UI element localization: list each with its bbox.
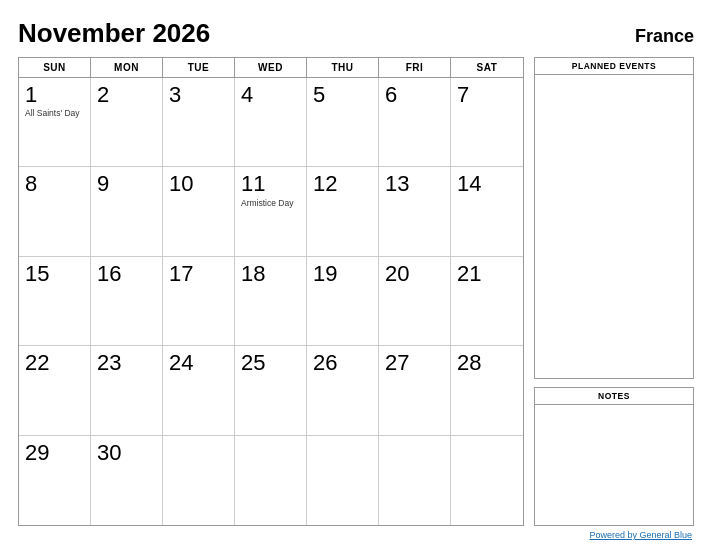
calendar-cell: 14 [451,167,523,256]
calendar-cell: 20 [379,257,451,346]
calendar-cell: 25 [235,346,307,435]
cell-date: 19 [313,262,372,286]
calendar-cell: 26 [307,346,379,435]
calendar-cell: 2 [91,78,163,167]
cell-date: 25 [241,351,300,375]
cell-date: 2 [97,83,156,107]
cell-date: 20 [385,262,444,286]
cell-date: 6 [385,83,444,107]
main-area: SUNMONTUEWEDTHUFRISAT 1All Saints' Day23… [18,57,694,526]
day-header: FRI [379,58,451,77]
notes-body [535,405,693,525]
calendar: SUNMONTUEWEDTHUFRISAT 1All Saints' Day23… [18,57,524,526]
calendar-cell [235,436,307,525]
page: November 2026 France SUNMONTUEWEDTHUFRIS… [0,0,712,550]
day-header: TUE [163,58,235,77]
cell-date: 27 [385,351,444,375]
calendar-cell: 5 [307,78,379,167]
calendar-cell [379,436,451,525]
day-header: SAT [451,58,523,77]
cell-date: 9 [97,172,156,196]
calendar-cell: 8 [19,167,91,256]
calendar-cell: 30 [91,436,163,525]
calendar-cell: 6 [379,78,451,167]
calendar-cell: 23 [91,346,163,435]
calendar-cell: 9 [91,167,163,256]
cell-date: 23 [97,351,156,375]
cell-date: 18 [241,262,300,286]
cell-date: 11 [241,172,300,196]
footer: Powered by General Blue [18,530,694,540]
cell-date: 5 [313,83,372,107]
notes-section: NOTES [534,387,694,526]
calendar-cell: 4 [235,78,307,167]
header: November 2026 France [18,18,694,49]
cell-date: 7 [457,83,517,107]
cell-event: All Saints' Day [25,108,84,119]
cell-date: 8 [25,172,84,196]
cell-date: 21 [457,262,517,286]
cell-date: 28 [457,351,517,375]
calendar-cell: 24 [163,346,235,435]
calendar-cell: 13 [379,167,451,256]
cell-date: 12 [313,172,372,196]
cell-date: 14 [457,172,517,196]
cell-date: 16 [97,262,156,286]
powered-by-link[interactable]: Powered by General Blue [589,530,692,540]
sidebar: PLANNED EVENTS NOTES [534,57,694,526]
calendar-cell: 3 [163,78,235,167]
calendar-cell: 12 [307,167,379,256]
cell-date: 22 [25,351,84,375]
calendar-cell: 29 [19,436,91,525]
planned-events-body [535,75,693,378]
calendar-cell: 21 [451,257,523,346]
calendar-cell: 27 [379,346,451,435]
day-headers: SUNMONTUEWEDTHUFRISAT [19,58,523,78]
calendar-cell: 1All Saints' Day [19,78,91,167]
cell-date: 4 [241,83,300,107]
calendar-cell: 11Armistice Day [235,167,307,256]
notes-title: NOTES [535,388,693,405]
calendar-cell: 18 [235,257,307,346]
cell-date: 15 [25,262,84,286]
cell-date: 10 [169,172,228,196]
calendar-cell: 17 [163,257,235,346]
page-title: November 2026 [18,18,210,49]
cell-date: 1 [25,83,84,107]
calendar-cell: 19 [307,257,379,346]
planned-events-title: PLANNED EVENTS [535,58,693,75]
calendar-cell: 7 [451,78,523,167]
cell-event: Armistice Day [241,198,300,209]
calendar-cell [307,436,379,525]
calendar-cell: 10 [163,167,235,256]
cell-date: 29 [25,441,84,465]
calendar-grid: 1All Saints' Day234567891011Armistice Da… [19,78,523,525]
day-header: WED [235,58,307,77]
calendar-cell: 16 [91,257,163,346]
cell-date: 17 [169,262,228,286]
cell-date: 30 [97,441,156,465]
cell-date: 26 [313,351,372,375]
calendar-cell [163,436,235,525]
day-header: THU [307,58,379,77]
cell-date: 13 [385,172,444,196]
cell-date: 24 [169,351,228,375]
planned-events-section: PLANNED EVENTS [534,57,694,379]
calendar-cell [451,436,523,525]
country-label: France [635,26,694,47]
day-header: MON [91,58,163,77]
calendar-cell: 22 [19,346,91,435]
calendar-cell: 15 [19,257,91,346]
cell-date: 3 [169,83,228,107]
calendar-cell: 28 [451,346,523,435]
day-header: SUN [19,58,91,77]
